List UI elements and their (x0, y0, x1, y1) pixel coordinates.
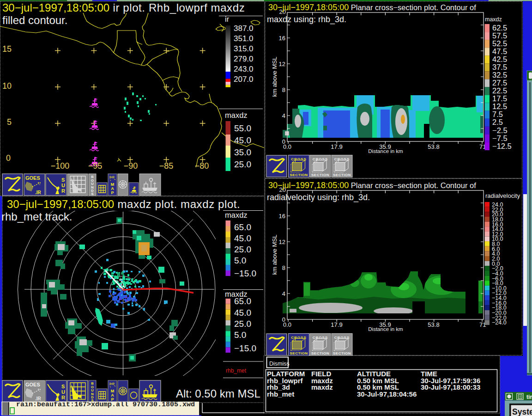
svg-text:2.5: 2.5 (492, 118, 503, 126)
svg-text:filled contour.: filled contour. (2, 14, 67, 26)
svg-text:351.0: 351.0 (234, 34, 254, 43)
svg-text:−80: −80 (195, 161, 209, 171)
svg-text:Alt: 0.50 km MSL: Alt: 0.50 km MSL (176, 387, 260, 400)
svg-text:315.0: 315.0 (234, 44, 254, 53)
svg-text:12: 12 (279, 61, 285, 67)
svg-text:S: S (61, 177, 65, 183)
svg-text:243.0: 243.0 (234, 65, 254, 73)
svg-text:R: R (61, 188, 65, 194)
svg-text:rhb_met: rhb_met (267, 390, 294, 398)
svg-text:25.0: 25.0 (234, 319, 251, 329)
svg-text:25.0: 25.0 (234, 159, 251, 169)
svg-text:52.5: 52.5 (492, 39, 507, 48)
svg-text:12: 12 (279, 239, 285, 245)
svg-text:S: S (61, 384, 65, 389)
svg-text:.IR: .IR (35, 190, 42, 195)
svg-text:System: System (512, 407, 532, 416)
svg-text:−24.0: −24.0 (492, 319, 507, 326)
svg-text:30−jul−1997,18:05:00 Planar c: 30−jul−1997,18:05:00 Planar cross−sectio… (268, 181, 476, 190)
svg-text:35.0: 35.0 (234, 147, 251, 157)
svg-text:rhb_met track.: rhb_met track. (1, 210, 72, 223)
svg-text:radialvelocity: radialvelocity (485, 192, 520, 199)
svg-text:S: S (91, 192, 93, 196)
svg-text:65.0: 65.0 (234, 296, 251, 306)
svg-text:maxdz: maxdz (485, 16, 502, 23)
svg-text:−12.5: −12.5 (492, 142, 512, 150)
svg-text:Distance in km: Distance in km (368, 326, 403, 332)
svg-text:4: 4 (282, 112, 285, 119)
svg-text:tim: tim (526, 394, 532, 400)
svg-text:5.0: 5.0 (234, 256, 246, 265)
svg-text:57.5: 57.5 (492, 31, 507, 40)
svg-text:65.0: 65.0 (234, 222, 251, 232)
svg-text:45.0: 45.0 (234, 135, 251, 145)
svg-text:maxdz using: rhb_3d.: maxdz using: rhb_3d. (267, 15, 346, 24)
svg-text:R: R (61, 395, 65, 400)
svg-text:Dismiss: Dismiss (269, 361, 290, 367)
svg-text:−2.5: −2.5 (492, 126, 508, 135)
svg-text:17.5: 17.5 (492, 94, 507, 103)
svg-text:5.0: 5.0 (234, 330, 246, 340)
svg-text:8: 8 (282, 86, 285, 93)
svg-text:U: U (61, 183, 65, 188)
svg-text:55.0: 55.0 (234, 123, 251, 133)
svg-text:25.0: 25.0 (234, 245, 251, 254)
svg-text:radialvelocity using: rhb_3d.: radialvelocity using: rhb_3d. (267, 193, 370, 202)
svg-text:P: P (111, 190, 114, 195)
svg-text:U: U (61, 389, 65, 395)
svg-text:5: 5 (7, 117, 12, 127)
svg-text:30−jul−1997,18:05:00 ir plot.: 30−jul−1997,18:05:00 ir plot. Rhb_lowprf… (2, 1, 245, 14)
svg-text:maxdz: maxdz (225, 111, 248, 119)
svg-text:GOES: GOES (25, 382, 40, 387)
svg-text:−100: −100 (51, 161, 70, 171)
svg-text:rain:beaufait:167>xdump.all 97: rain:beaufait:167>xdump.all 970730.1805.… (16, 401, 195, 409)
svg-text:0.0: 0.0 (283, 321, 291, 328)
svg-text:17.9: 17.9 (331, 143, 342, 150)
svg-text:−15.0: −15.0 (234, 343, 256, 353)
svg-text:42.5: 42.5 (492, 55, 507, 63)
svg-text:30−jul−1997,18:05:00 Planar c: 30−jul−1997,18:05:00 Planar cross−sectio… (268, 3, 476, 12)
svg-text:GOES: GOES (25, 175, 40, 181)
svg-text:km above MSL: km above MSL (271, 235, 278, 275)
svg-text:12.5: 12.5 (492, 102, 507, 110)
svg-text:−7.5: −7.5 (492, 134, 508, 142)
svg-text:387.0: 387.0 (234, 24, 254, 33)
svg-text:279.0: 279.0 (234, 55, 254, 63)
svg-text:17.9: 17.9 (331, 321, 342, 328)
svg-text:ir: ir (225, 15, 230, 23)
svg-text:37.5: 37.5 (492, 63, 507, 71)
svg-text:15: 15 (2, 44, 12, 54)
svg-text:4: 4 (282, 290, 285, 297)
svg-text:maxdz: maxdz (225, 211, 248, 219)
svg-text:0.0: 0.0 (283, 143, 291, 150)
svg-text:rhb_met: rhb_met (226, 367, 247, 374)
svg-text:22.5: 22.5 (492, 86, 507, 95)
svg-text:45.0: 45.0 (234, 308, 251, 318)
svg-text:P: P (111, 397, 114, 402)
svg-text:62.5: 62.5 (492, 24, 507, 32)
svg-text:16: 16 (279, 35, 285, 42)
svg-text:32.5: 32.5 (492, 71, 507, 79)
svg-text:45.0: 45.0 (234, 233, 251, 243)
svg-text:maxdz: maxdz (311, 383, 333, 391)
svg-text:27.5: 27.5 (492, 79, 507, 87)
svg-text:−90: −90 (124, 161, 138, 171)
svg-text:km above MSL: km above MSL (271, 57, 278, 97)
svg-text:−85: −85 (159, 161, 174, 171)
svg-text:16: 16 (279, 213, 285, 220)
svg-text:53.8: 53.8 (428, 143, 439, 150)
svg-text:30-Jul-97,18:00:33: 30-Jul-97,18:00:33 (421, 383, 480, 391)
svg-text:Distance in km: Distance in km (368, 148, 403, 154)
svg-text:−95: −95 (88, 161, 103, 171)
svg-text:30−jul−1997,18:05:00 maxdz pl: 30−jul−1997,18:05:00 maxdz plot. maxdz p… (7, 198, 240, 210)
svg-text:.IR: .IR (35, 396, 42, 401)
svg-text:10: 10 (2, 81, 12, 91)
svg-text:0: 0 (6, 153, 11, 163)
svg-text:8: 8 (282, 264, 285, 271)
svg-text:53.8: 53.8 (428, 321, 439, 328)
svg-text:207.0: 207.0 (234, 75, 254, 84)
svg-text:47.5: 47.5 (492, 47, 507, 55)
svg-text:−15.0: −15.0 (234, 269, 256, 278)
svg-text:30-Jul-97,18:04:56: 30-Jul-97,18:04:56 (357, 390, 417, 398)
svg-text:7.5: 7.5 (492, 110, 503, 118)
